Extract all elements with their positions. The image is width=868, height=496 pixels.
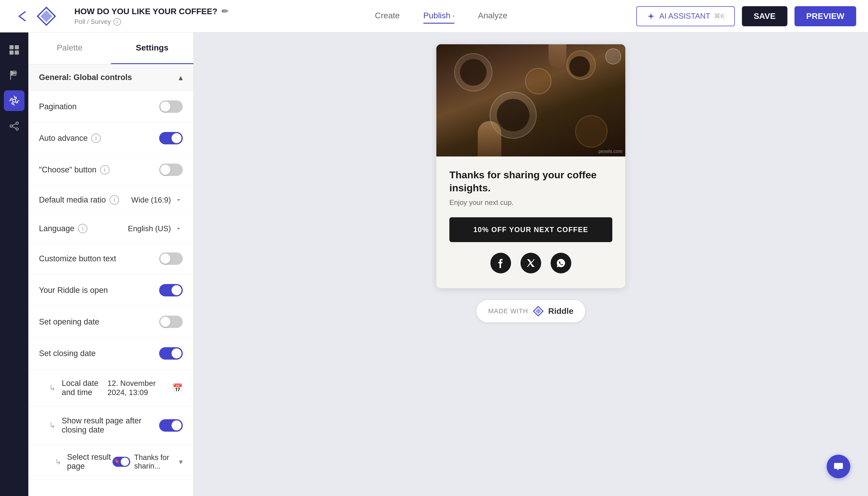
- setting-row-local-datetime: ↳ Local date and time 12. November 2024,…: [28, 369, 193, 407]
- datetime-value: 12. November 2024, 13:09: [107, 379, 168, 397]
- language-label: Language i: [39, 224, 88, 233]
- mini-toggle[interactable]: [112, 457, 130, 467]
- svg-point-8: [10, 125, 12, 127]
- publish-dot: *: [452, 14, 454, 19]
- show-result-toggle[interactable]: [159, 419, 183, 432]
- datetime-field[interactable]: 12. November 2024, 13:09 📅: [107, 379, 183, 397]
- settings-tab-label: Settings: [136, 43, 168, 52]
- closing-date-toggle[interactable]: [159, 347, 183, 360]
- icon-sidebar: [0, 32, 28, 496]
- tab-create[interactable]: Create: [375, 9, 400, 24]
- nav-actions: AI ASSISTANT ⌘K SAVE PREVIEW: [636, 6, 856, 26]
- facebook-svg: [496, 258, 506, 268]
- show-result-label: ↳ Show result page after closing date: [49, 416, 159, 435]
- pagination-toggle[interactable]: [159, 100, 183, 113]
- riddle-logo-icon: [36, 6, 57, 27]
- setting-row-customize-btn: Customize button text: [28, 243, 193, 275]
- card-content: Thanks for sharing your coffee insights.…: [436, 156, 625, 288]
- edit-icon[interactable]: ✏: [221, 6, 228, 16]
- ai-assistant-button[interactable]: AI ASSISTANT ⌘K: [636, 6, 735, 26]
- media-ratio-chevron-icon: [174, 196, 183, 204]
- tab-publish[interactable]: Publish *: [423, 9, 454, 24]
- x-svg: [526, 258, 536, 268]
- nav-tabs: Create Publish * Analyze: [258, 9, 624, 24]
- settings-panel: Palette Settings General: Global control…: [28, 32, 194, 496]
- media-ratio-info-icon[interactable]: i: [110, 195, 119, 205]
- preview-button[interactable]: PREVIEW: [794, 6, 856, 26]
- select-result-label: ↳ Select result page: [55, 453, 112, 471]
- auto-advance-info-icon[interactable]: i: [91, 134, 101, 143]
- tab-settings[interactable]: Settings: [111, 32, 194, 64]
- title-block: HOW DO YOU LIKE YOUR COFFEE? ✏ Poll / Su…: [74, 6, 228, 26]
- setting-row-select-result: ↳ Select result page Thanks for sharin..…: [28, 444, 193, 479]
- subtitle-info-icon[interactable]: i: [113, 18, 121, 26]
- global-controls-section: General: Global controls ▴: [28, 64, 193, 91]
- calendar-icon[interactable]: 📅: [172, 383, 183, 393]
- result-page-chevron-icon[interactable]: ▾: [179, 457, 183, 466]
- media-ratio-dropdown[interactable]: Wide (16:9): [131, 196, 183, 205]
- palette-tab-label: Palette: [57, 43, 82, 52]
- tab-analyze-label: Analyze: [478, 11, 508, 20]
- sidebar-item-settings[interactable]: [4, 90, 25, 111]
- card-heading: Thanks for sharing your coffee insights.: [449, 168, 612, 194]
- svg-line-10: [12, 124, 16, 125]
- ai-shortcut: ⌘K: [714, 12, 725, 20]
- local-datetime-label: ↳ Local date and time: [49, 379, 107, 397]
- choose-button-toggle[interactable]: [159, 164, 183, 176]
- share-icon: [9, 121, 19, 131]
- setting-row-auto-advance: Auto advance i: [28, 123, 193, 154]
- logo-area[interactable]: [12, 6, 57, 27]
- customize-btn-toggle[interactable]: [159, 252, 183, 265]
- media-ratio-text: Default media ratio: [39, 196, 106, 205]
- twitter-x-icon[interactable]: [521, 253, 541, 274]
- chat-bubble-button[interactable]: [827, 455, 850, 478]
- auto-advance-toggle[interactable]: [159, 132, 183, 144]
- setting-row-riddle-open: Your Riddle is open: [28, 275, 193, 306]
- setting-row-show-result: ↳ Show result page after closing date: [28, 407, 193, 444]
- tab-publish-label: Publish: [423, 11, 451, 20]
- subtitle-text: Poll / Survey: [74, 18, 111, 26]
- setting-row-opening-date: Set opening date: [28, 306, 193, 338]
- language-text: Language: [39, 224, 74, 233]
- grid-icon: [9, 45, 19, 55]
- riddle-badge-icon: [532, 305, 544, 317]
- tab-analyze[interactable]: Analyze: [478, 9, 508, 24]
- local-datetime-text: Local date and time: [62, 379, 107, 397]
- opening-date-toggle[interactable]: [159, 315, 183, 328]
- sidebar-item-flag[interactable]: [4, 65, 25, 86]
- section-collapse-button[interactable]: ▴: [179, 73, 183, 82]
- svg-rect-2: [10, 45, 14, 49]
- save-button[interactable]: SAVE: [742, 6, 787, 26]
- tab-palette[interactable]: Palette: [28, 32, 111, 64]
- choose-button-info-icon[interactable]: i: [100, 165, 110, 174]
- svg-rect-3: [15, 45, 19, 49]
- riddle-open-label: Your Riddle is open: [39, 286, 108, 295]
- section-title: General: Global controls: [39, 73, 132, 82]
- select-result-text: Select result page: [67, 453, 112, 471]
- riddle-open-toggle[interactable]: [159, 284, 183, 296]
- card-subtext: Enjoy your next cup.: [449, 198, 612, 207]
- chat-icon: [833, 461, 844, 472]
- preview-card: pexels.com Thanks for sharing your coffe…: [436, 44, 625, 288]
- setting-row-choose-button: "Choose" button i: [28, 154, 193, 186]
- auto-advance-label: Auto advance i: [39, 134, 101, 143]
- survey-title-text: HOW DO YOU LIKE YOUR COFFEE?: [74, 7, 217, 16]
- svg-rect-5: [15, 50, 19, 55]
- riddle-badge: MADE WITH Riddle: [477, 300, 585, 322]
- facebook-icon[interactable]: [491, 253, 511, 274]
- sidebar-item-grid[interactable]: [4, 40, 25, 60]
- svg-point-6: [13, 99, 16, 102]
- result-page-selector[interactable]: Thanks for sharin... ▾: [112, 453, 183, 470]
- cta-button[interactable]: 10% OFF YOUR NEXT COFFEE: [449, 217, 612, 242]
- top-nav: HOW DO YOU LIKE YOUR COFFEE? ✏ Poll / Su…: [0, 0, 868, 32]
- language-info-icon[interactable]: i: [78, 224, 88, 233]
- language-dropdown[interactable]: English (US): [128, 224, 183, 233]
- main-layout: Palette Settings General: Global control…: [0, 32, 868, 496]
- coffee-image: pexels.com: [436, 44, 625, 156]
- sidebar-item-share[interactable]: [4, 116, 25, 136]
- opening-date-label: Set opening date: [39, 317, 99, 327]
- back-icon[interactable]: [12, 6, 32, 27]
- show-result-text: Show result page after closing date: [62, 416, 159, 435]
- setting-row-language: Language i English (US): [28, 214, 193, 243]
- whatsapp-icon[interactable]: [551, 253, 571, 274]
